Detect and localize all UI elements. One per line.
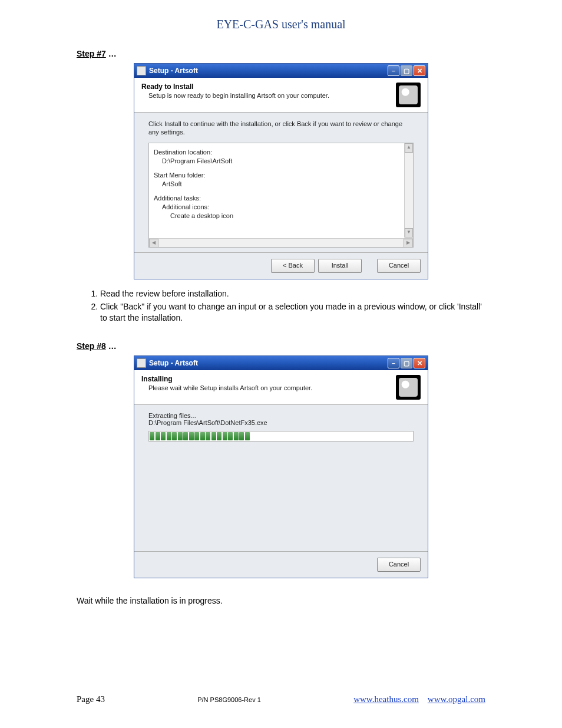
maximize-button: ▢ bbox=[401, 358, 412, 368]
vertical-scrollbar[interactable]: ▲ ▼ bbox=[404, 143, 413, 238]
step7-label: Step #7 bbox=[77, 49, 106, 58]
step7-instructions: Read the review before installation. Cli… bbox=[88, 288, 485, 324]
document-page: EYE-C-GAS user's manual Step #7 … Setup … bbox=[0, 0, 562, 728]
progress-block bbox=[234, 432, 239, 440]
step7-dots: … bbox=[108, 49, 117, 58]
progress-block bbox=[161, 432, 166, 440]
progress-block bbox=[239, 432, 244, 440]
step7-heading: Step #7 … bbox=[77, 49, 485, 58]
progress-block bbox=[206, 432, 210, 440]
progress-block bbox=[228, 432, 233, 440]
progress-block bbox=[189, 432, 194, 440]
window-controls: – ▢ ✕ bbox=[388, 65, 425, 76]
document-header: EYE-C-GAS user's manual bbox=[77, 18, 485, 31]
progress-block bbox=[223, 432, 227, 440]
wizard-subtitle: Please wait while Setup installs Artsoft… bbox=[141, 384, 391, 391]
tasks-item: Create a desktop icon bbox=[154, 212, 408, 219]
wizard-subtitle: Setup is now ready to begin installing A… bbox=[141, 92, 391, 99]
extract-path: D:\Program Files\ArtSoft\DotNetFx35.exe bbox=[148, 419, 414, 426]
wizard-body: Click Install to continue with the insta… bbox=[134, 113, 428, 252]
progress-bar bbox=[148, 431, 414, 442]
window-controls: – ▢ ✕ bbox=[388, 358, 425, 368]
step8-heading: Step #8 … bbox=[77, 341, 485, 351]
startmenu-label: Start Menu folder: bbox=[154, 172, 408, 179]
dest-label: Destination location: bbox=[154, 149, 408, 156]
wizard-title: Ready to Install bbox=[141, 83, 391, 91]
wizard-header: Ready to Install Setup is now ready to b… bbox=[134, 78, 428, 113]
minimize-button[interactable]: – bbox=[388, 358, 399, 368]
installer-icon bbox=[396, 375, 421, 400]
progress-block bbox=[150, 432, 154, 440]
progress-block bbox=[217, 432, 222, 440]
extract-label: Extracting files... bbox=[148, 412, 414, 419]
tasks-label: Additional tasks: bbox=[154, 195, 408, 202]
footer-link-heathus[interactable]: www.heathus.com bbox=[353, 694, 419, 704]
instruction-item: Click "Back" if you want to change an in… bbox=[100, 301, 485, 324]
app-icon bbox=[137, 66, 146, 75]
app-icon bbox=[137, 358, 146, 368]
wizard-header-text: Installing Please wait while Setup insta… bbox=[141, 375, 391, 391]
cancel-button[interactable]: Cancel bbox=[377, 558, 421, 572]
startmenu-value: ArtSoft bbox=[154, 180, 408, 187]
instruction-item: Read the review before installation. bbox=[100, 288, 485, 299]
maximize-button: ▢ bbox=[401, 65, 412, 76]
wizard-header: Installing Please wait while Setup insta… bbox=[134, 370, 428, 405]
window-title: Setup - Artsoft bbox=[149, 359, 388, 367]
scroll-right-icon[interactable]: ▶ bbox=[404, 239, 413, 248]
cancel-button[interactable]: Cancel bbox=[377, 259, 421, 273]
progress-block bbox=[183, 432, 188, 440]
installer-icon bbox=[396, 83, 421, 107]
minimize-button[interactable]: – bbox=[388, 65, 399, 76]
progress-block bbox=[194, 432, 199, 440]
scroll-up-icon[interactable]: ▲ bbox=[405, 143, 413, 153]
wizard-body: Extracting files... D:\Program Files\Art… bbox=[134, 405, 428, 551]
scroll-down-icon[interactable]: ▼ bbox=[405, 228, 413, 238]
wizard-body-note: Click Install to continue with the insta… bbox=[148, 120, 414, 137]
titlebar: Setup - Artsoft – ▢ ✕ bbox=[134, 64, 428, 78]
progress-block bbox=[178, 432, 183, 440]
installer-window-step7: Setup - Artsoft – ▢ ✕ Ready to Install S… bbox=[134, 63, 428, 279]
titlebar: Setup - Artsoft – ▢ ✕ bbox=[134, 356, 428, 370]
progress-block bbox=[156, 432, 160, 440]
footer-link-opgal[interactable]: www.opgal.com bbox=[428, 694, 485, 704]
progress-block bbox=[211, 432, 216, 440]
step8-dots: … bbox=[108, 341, 117, 351]
dest-value: D:\Program Files\ArtSoft bbox=[154, 157, 408, 164]
install-button[interactable]: Install bbox=[318, 259, 362, 273]
progress-block bbox=[172, 432, 177, 440]
tasks-sub: Additional icons: bbox=[154, 203, 408, 210]
progress-block bbox=[167, 432, 171, 440]
part-number: P/N PS8G9006-Rev 1 bbox=[197, 696, 261, 703]
step8-wait-text: Wait while the installation is in progre… bbox=[77, 596, 485, 605]
footer-links: www.heathus.com www.opgal.com bbox=[353, 694, 485, 704]
wizard-header-text: Ready to Install Setup is now ready to b… bbox=[141, 83, 391, 99]
step7-screenshot: Setup - Artsoft – ▢ ✕ Ready to Install S… bbox=[134, 63, 428, 279]
horizontal-scrollbar[interactable]: ◀ ▶ bbox=[149, 238, 413, 247]
page-number: Page 43 bbox=[77, 694, 105, 704]
scroll-left-icon[interactable]: ◀ bbox=[149, 239, 158, 248]
wizard-footer: < Back Install Cancel bbox=[134, 252, 428, 279]
window-title: Setup - Artsoft bbox=[149, 67, 388, 75]
step8-label: Step #8 bbox=[77, 341, 106, 351]
close-button[interactable]: ✕ bbox=[414, 358, 425, 368]
progress-fill bbox=[150, 432, 412, 440]
install-summary-box: Destination location: D:\Program Files\A… bbox=[148, 143, 414, 248]
back-button[interactable]: < Back bbox=[271, 259, 315, 273]
page-footer: Page 43 P/N PS8G9006-Rev 1 www.heathus.c… bbox=[77, 694, 485, 704]
wizard-footer: Cancel bbox=[134, 551, 428, 578]
installer-window-step8: Setup - Artsoft – ▢ ✕ Installing Please … bbox=[134, 355, 428, 578]
progress-block bbox=[200, 432, 205, 440]
close-button[interactable]: ✕ bbox=[414, 65, 425, 76]
progress-block bbox=[245, 432, 250, 440]
step8-screenshot: Setup - Artsoft – ▢ ✕ Installing Please … bbox=[134, 355, 428, 578]
wizard-title: Installing bbox=[141, 375, 391, 383]
